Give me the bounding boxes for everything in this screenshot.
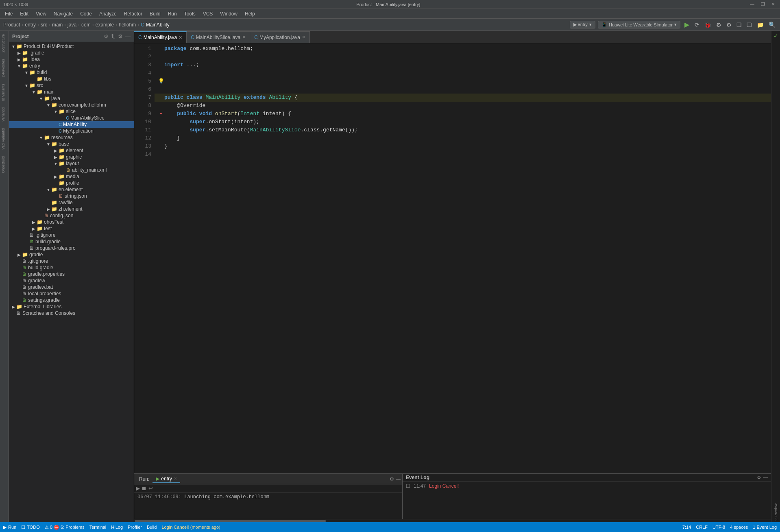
title-bar-controls[interactable]: — ❐ ✕ (748, 2, 777, 7)
status-build-item[interactable]: Build (147, 525, 157, 530)
project-icon-settings[interactable]: ⚙ (104, 33, 109, 39)
tree-item-java[interactable]: ▼ 📁 java (9, 95, 134, 102)
event-minimize-icon[interactable]: — (763, 475, 768, 480)
layout-button1[interactable]: ❑ (735, 22, 743, 28)
tree-item-element[interactable]: ▶ 📁 element (9, 147, 134, 154)
tree-item-idea[interactable]: ▶ 📁 .idea (9, 56, 134, 63)
refresh-button[interactable]: ⟳ (693, 22, 701, 28)
side-tab-idvariants[interactable]: Id Variants (0, 81, 9, 104)
menu-tools[interactable]: Tools (181, 10, 199, 17)
side-tab-favorites[interactable]: 2-Favorites (0, 56, 9, 81)
status-encoding[interactable]: UTF-8 (712, 525, 725, 530)
tree-item-rawfile[interactable]: 📁 rawfile (9, 199, 134, 206)
maximize-button[interactable]: ❐ (759, 2, 767, 7)
tree-item-ohostest[interactable]: ▶ 📁 ohosTest (9, 219, 134, 225)
menu-view[interactable]: View (33, 10, 50, 17)
menu-file[interactable]: File (2, 10, 16, 17)
event-settings-icon[interactable]: ⚙ (757, 475, 761, 480)
menu-help[interactable]: Help (242, 10, 258, 17)
tree-item-media[interactable]: ▶ 📁 media (9, 173, 134, 180)
project-icon-gear[interactable]: ⚙ (118, 33, 123, 39)
menu-run[interactable]: Run (165, 10, 180, 17)
breadcrumb-hellohm[interactable]: hellohm (119, 22, 136, 28)
tree-item-main[interactable]: ▼ 📁 main (9, 89, 134, 95)
scrollbar-horizontal[interactable] (134, 519, 771, 522)
breadcrumb-com[interactable]: com (81, 22, 91, 28)
breadcrumb-example[interactable]: example (96, 22, 114, 28)
run-settings-icon[interactable]: ⚙ (390, 476, 394, 482)
tree-item-com-example[interactable]: ▼ 📁 com.example.hellohm (9, 102, 134, 108)
side-tab-variantid2[interactable]: Vad Variantid (0, 125, 9, 153)
tree-item-gradle-root[interactable]: ▶ 📁 gradle (9, 251, 134, 258)
tab-mainabilityslice[interactable]: C MainAbilitySlice.java ✕ (187, 31, 250, 43)
breadcrumb-src[interactable]: src (41, 22, 47, 28)
tree-item-libs[interactable]: 📁 libs (9, 76, 134, 82)
side-tab-variantid[interactable]: Variantid (0, 104, 9, 125)
breadcrumb-product[interactable]: Product (3, 22, 20, 28)
minimize-button[interactable]: — (748, 2, 756, 7)
tree-item-build[interactable]: ▼ 📁 build (9, 69, 134, 76)
status-position[interactable]: 7:14 (682, 525, 691, 530)
menu-analyze[interactable]: Analyze (96, 10, 120, 17)
breadcrumb-java[interactable]: java (68, 22, 76, 28)
run-config-dropdown[interactable]: ▶ entry ▾ (570, 21, 596, 28)
tree-item-base[interactable]: ▼ 📁 base (9, 141, 134, 147)
tree-item-zh-element[interactable]: ▶ 📁 zh.element (9, 206, 134, 212)
menu-refactor[interactable]: Refactor (121, 10, 146, 17)
right-panel-preview-label[interactable]: 2: Preview (774, 504, 778, 521)
menu-build[interactable]: Build (146, 10, 164, 17)
menu-navigate[interactable]: Navigate (50, 10, 76, 17)
tab-myapplication[interactable]: C MyApplication.java ✕ (250, 31, 310, 43)
tab-mainability[interactable]: C MainAbility.java ✕ (134, 31, 187, 43)
tree-item-product[interactable]: ▼ 📁 Product D:\HM\Product (9, 43, 134, 50)
status-indent[interactable]: 4 spaces (730, 525, 748, 530)
status-run-item[interactable]: ▶ Run (3, 525, 16, 530)
menu-window[interactable]: Window (217, 10, 241, 17)
run-tab-entry-close[interactable]: ✕ (174, 476, 177, 481)
tree-item-ability-main-xml[interactable]: 🗎 ability_main.xml (9, 167, 134, 173)
menu-edit[interactable]: Edit (17, 10, 32, 17)
tree-item-config-json[interactable]: 🗎 config.json (9, 212, 134, 219)
run-play-button[interactable]: ▶ (136, 485, 140, 491)
run-stop-button[interactable]: ⏹ (142, 485, 147, 491)
status-problems-item[interactable]: ⚠ 0 ⛔ 6: Problems (45, 525, 85, 530)
side-tab-structure[interactable]: Z-Structure (0, 31, 9, 56)
tree-item-entry[interactable]: ▼ 📁 entry (9, 63, 134, 69)
tree-item-proguard[interactable]: 🗎 proguard-rules.pro (9, 245, 134, 251)
tree-item-slice[interactable]: ▼ 📁 slice (9, 108, 134, 115)
breadcrumb-mainability[interactable]: MainAbility (146, 22, 170, 28)
tree-item-mainability[interactable]: C MainAbility (9, 121, 134, 128)
search-button[interactable]: 🔍 (767, 22, 777, 28)
tree-item-graphic[interactable]: ▶ 📁 graphic (9, 154, 134, 160)
tree-item-external-libraries[interactable]: ▶ 📁 External Libraries (9, 303, 134, 310)
tree-item-scratches[interactable]: 🗎 Scratches and Consoles (9, 310, 134, 316)
status-todo-item[interactable]: ☐ TODO (21, 525, 40, 530)
run-tab-entry[interactable]: ▶ entry ✕ (153, 475, 180, 483)
tree-item-gradle[interactable]: ▶ 📁 .gradle (9, 50, 134, 56)
tree-item-src[interactable]: ▼ 📁 src (9, 82, 134, 89)
status-hilog-item[interactable]: HiLog (111, 525, 123, 530)
status-terminal-item[interactable]: Terminal (89, 525, 107, 530)
status-profiler-item[interactable]: Profiler (128, 525, 142, 530)
tree-item-myapplication[interactable]: C MyApplication (9, 128, 134, 134)
tree-item-profile[interactable]: 📁 profile (9, 180, 134, 186)
gutter-lightbulb[interactable]: 💡 (158, 77, 164, 85)
close-button[interactable]: ✕ (770, 2, 777, 7)
project-icon-sort[interactable]: ⇅ (111, 33, 115, 39)
tree-item-layout[interactable]: ▼ 📁 layout (9, 160, 134, 167)
debug-button[interactable]: 🐞 (703, 22, 712, 28)
device-dropdown[interactable]: 📱 Huawei Lite Wearable Simulator ▾ (598, 21, 680, 28)
tree-item-build-gradle-root[interactable]: 🗎 build.gradle (9, 264, 134, 271)
breadcrumb-main[interactable]: main (52, 22, 63, 28)
tree-item-en-element[interactable]: ▼ 📁 en.element (9, 186, 134, 193)
layout-button2[interactable]: ❑ (745, 22, 753, 28)
tree-item-resources[interactable]: ▼ 📁 resources (9, 134, 134, 141)
tree-item-test[interactable]: ▶ 📁 test (9, 225, 134, 232)
tree-item-gitignore-root[interactable]: 🗎 .gitignore (9, 258, 134, 264)
build-icon-button[interactable]: ⚙ (715, 22, 723, 28)
tree-item-local-properties[interactable]: 🗎 local.properties (9, 290, 134, 297)
tree-item-gradlew[interactable]: 🗎 gradlew (9, 277, 134, 284)
run-rerun-button[interactable]: ↩ (148, 485, 153, 491)
side-tab-ohosbuild[interactable]: OhosBuild (0, 153, 9, 177)
tab-close-mainability[interactable]: ✕ (179, 35, 182, 40)
